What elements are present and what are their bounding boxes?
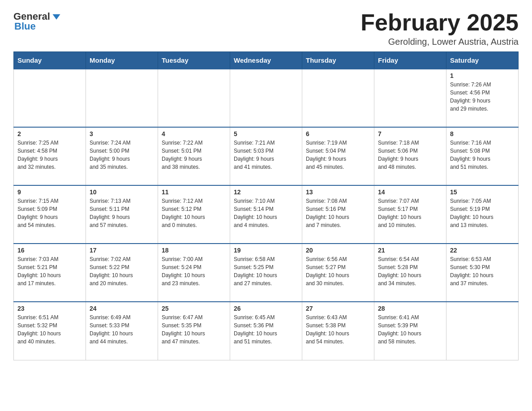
calendar-day-cell (374, 69, 446, 127)
day-info: Sunrise: 7:18 AMSunset: 5:06 PMDaylight:… (378, 139, 442, 171)
calendar-day-cell: 25Sunrise: 6:47 AMSunset: 5:35 PMDayligh… (158, 302, 230, 360)
calendar-day-cell: 1Sunrise: 7:26 AMSunset: 4:56 PMDaylight… (446, 69, 519, 127)
day-number: 8 (450, 130, 515, 137)
calendar-day-cell (302, 69, 374, 127)
day-info: Sunrise: 7:22 AMSunset: 5:01 PMDaylight:… (162, 139, 226, 171)
day-number: 21 (378, 247, 442, 254)
day-info: Sunrise: 6:53 AMSunset: 5:30 PMDaylight:… (450, 255, 515, 287)
day-info: Sunrise: 7:13 AMSunset: 5:11 PMDaylight:… (90, 197, 154, 229)
calendar-week-row: 9Sunrise: 7:15 AMSunset: 5:09 PMDaylight… (14, 185, 519, 244)
day-info: Sunrise: 7:21 AMSunset: 5:03 PMDaylight:… (234, 139, 298, 171)
day-number: 1 (450, 72, 515, 79)
month-title: February 2025 (360, 11, 519, 34)
day-number: 22 (450, 247, 515, 254)
day-info: Sunrise: 7:00 AMSunset: 5:24 PMDaylight:… (162, 255, 226, 287)
calendar-header: SundayMondayTuesdayWednesdayThursdayFrid… (14, 52, 519, 69)
day-number: 13 (306, 188, 370, 196)
weekday-header-thursday: Thursday (302, 52, 374, 69)
day-number: 6 (306, 130, 370, 137)
calendar-body: 1Sunrise: 7:26 AMSunset: 4:56 PMDaylight… (14, 69, 519, 360)
calendar-day-cell: 15Sunrise: 7:05 AMSunset: 5:19 PMDayligh… (446, 185, 519, 244)
day-number: 4 (162, 130, 226, 137)
day-info: Sunrise: 7:15 AMSunset: 5:09 PMDaylight:… (17, 197, 82, 229)
day-info: Sunrise: 7:24 AMSunset: 5:00 PMDaylight:… (90, 139, 154, 171)
day-number: 3 (90, 130, 154, 137)
calendar-day-cell: 9Sunrise: 7:15 AMSunset: 5:09 PMDaylight… (14, 185, 86, 244)
calendar-week-row: 23Sunrise: 6:51 AMSunset: 5:32 PMDayligh… (14, 302, 519, 360)
calendar-day-cell (86, 69, 158, 127)
calendar-day-cell: 16Sunrise: 7:03 AMSunset: 5:21 PMDayligh… (14, 244, 86, 302)
day-number: 18 (162, 247, 226, 254)
weekday-header-wednesday: Wednesday (230, 52, 302, 69)
day-info: Sunrise: 7:02 AMSunset: 5:22 PMDaylight:… (90, 255, 154, 287)
day-number: 12 (234, 188, 298, 196)
day-number: 7 (378, 130, 442, 137)
day-number: 23 (17, 305, 82, 312)
day-info: Sunrise: 6:54 AMSunset: 5:28 PMDaylight:… (378, 255, 442, 287)
calendar-day-cell: 11Sunrise: 7:12 AMSunset: 5:12 PMDayligh… (158, 185, 230, 244)
calendar-day-cell: 6Sunrise: 7:19 AMSunset: 5:04 PMDaylight… (302, 127, 374, 185)
calendar-day-cell: 22Sunrise: 6:53 AMSunset: 5:30 PMDayligh… (446, 244, 519, 302)
day-info: Sunrise: 6:56 AMSunset: 5:27 PMDaylight:… (306, 255, 370, 287)
calendar-week-row: 1Sunrise: 7:26 AMSunset: 4:56 PMDaylight… (14, 69, 519, 127)
day-number: 16 (17, 247, 82, 254)
calendar-day-cell: 3Sunrise: 7:24 AMSunset: 5:00 PMDaylight… (86, 127, 158, 185)
day-number: 2 (17, 130, 82, 137)
calendar-day-cell: 10Sunrise: 7:13 AMSunset: 5:11 PMDayligh… (86, 185, 158, 244)
day-info: Sunrise: 6:41 AMSunset: 5:39 PMDaylight:… (378, 313, 442, 346)
day-info: Sunrise: 6:43 AMSunset: 5:38 PMDaylight:… (306, 313, 370, 346)
calendar-week-row: 16Sunrise: 7:03 AMSunset: 5:21 PMDayligh… (14, 244, 519, 302)
calendar-week-row: 2Sunrise: 7:25 AMSunset: 4:58 PMDaylight… (14, 127, 519, 185)
calendar-day-cell: 5Sunrise: 7:21 AMSunset: 5:03 PMDaylight… (230, 127, 302, 185)
day-number: 26 (234, 305, 298, 312)
calendar-day-cell: 7Sunrise: 7:18 AMSunset: 5:06 PMDaylight… (374, 127, 446, 185)
day-number: 10 (90, 188, 154, 196)
calendar-day-cell (446, 302, 519, 360)
day-info: Sunrise: 7:10 AMSunset: 5:14 PMDaylight:… (234, 197, 298, 229)
calendar-day-cell: 2Sunrise: 7:25 AMSunset: 4:58 PMDaylight… (14, 127, 86, 185)
calendar-day-cell (158, 69, 230, 127)
day-info: Sunrise: 6:51 AMSunset: 5:32 PMDaylight:… (17, 313, 82, 346)
calendar-day-cell: 4Sunrise: 7:22 AMSunset: 5:01 PMDaylight… (158, 127, 230, 185)
day-info: Sunrise: 7:12 AMSunset: 5:12 PMDaylight:… (162, 197, 226, 229)
day-info: Sunrise: 7:08 AMSunset: 5:16 PMDaylight:… (306, 197, 370, 229)
day-info: Sunrise: 7:07 AMSunset: 5:17 PMDaylight:… (378, 197, 442, 229)
calendar-day-cell: 17Sunrise: 7:02 AMSunset: 5:22 PMDayligh… (86, 244, 158, 302)
day-number: 19 (234, 247, 298, 254)
day-number: 15 (450, 188, 515, 196)
calendar-day-cell: 21Sunrise: 6:54 AMSunset: 5:28 PMDayligh… (374, 244, 446, 302)
day-number: 5 (234, 130, 298, 137)
calendar-day-cell: 14Sunrise: 7:07 AMSunset: 5:17 PMDayligh… (374, 185, 446, 244)
weekday-header-sunday: Sunday (14, 52, 86, 69)
day-number: 11 (162, 188, 226, 196)
day-info: Sunrise: 6:49 AMSunset: 5:33 PMDaylight:… (90, 313, 154, 346)
day-info: Sunrise: 7:05 AMSunset: 5:19 PMDaylight:… (450, 197, 515, 229)
location-subtitle: Gerolding, Lower Austria, Austria (360, 37, 519, 47)
day-number: 28 (378, 305, 442, 312)
calendar-day-cell: 19Sunrise: 6:58 AMSunset: 5:25 PMDayligh… (230, 244, 302, 302)
calendar-day-cell: 12Sunrise: 7:10 AMSunset: 5:14 PMDayligh… (230, 185, 302, 244)
day-info: Sunrise: 7:16 AMSunset: 5:08 PMDaylight:… (450, 139, 515, 171)
day-info: Sunrise: 7:25 AMSunset: 4:58 PMDaylight:… (17, 139, 82, 171)
calendar-day-cell (14, 69, 86, 127)
svg-marker-0 (52, 14, 60, 20)
weekday-header-row: SundayMondayTuesdayWednesdayThursdayFrid… (14, 52, 519, 69)
day-number: 20 (306, 247, 370, 254)
calendar-day-cell: 24Sunrise: 6:49 AMSunset: 5:33 PMDayligh… (86, 302, 158, 360)
title-block: February 2025 Gerolding, Lower Austria, … (360, 11, 519, 47)
day-info: Sunrise: 7:03 AMSunset: 5:21 PMDaylight:… (17, 255, 82, 287)
calendar-day-cell (230, 69, 302, 127)
calendar-day-cell: 27Sunrise: 6:43 AMSunset: 5:38 PMDayligh… (302, 302, 374, 360)
calendar-day-cell: 28Sunrise: 6:41 AMSunset: 5:39 PMDayligh… (374, 302, 446, 360)
day-number: 14 (378, 188, 442, 196)
day-number: 24 (90, 305, 154, 312)
day-number: 17 (90, 247, 154, 254)
calendar-day-cell: 18Sunrise: 7:00 AMSunset: 5:24 PMDayligh… (158, 244, 230, 302)
day-info: Sunrise: 7:26 AMSunset: 4:56 PMDaylight:… (450, 81, 515, 113)
calendar-table: SundayMondayTuesdayWednesdayThursdayFrid… (13, 51, 519, 360)
calendar-day-cell: 8Sunrise: 7:16 AMSunset: 5:08 PMDaylight… (446, 127, 519, 185)
calendar-day-cell: 20Sunrise: 6:56 AMSunset: 5:27 PMDayligh… (302, 244, 374, 302)
weekday-header-saturday: Saturday (446, 52, 519, 69)
weekday-header-monday: Monday (86, 52, 158, 69)
logo: General Blue (13, 11, 62, 32)
